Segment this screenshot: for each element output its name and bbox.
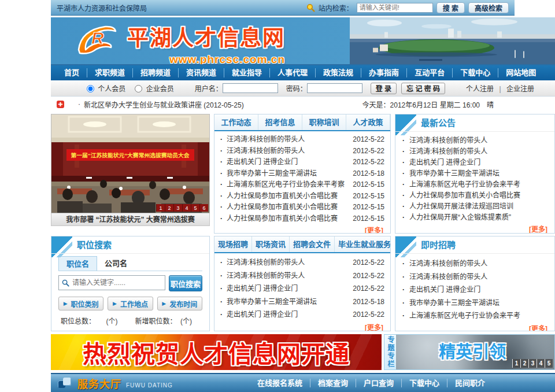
special-page-button[interactable]: 5 (545, 359, 553, 368)
special-column-banner[interactable]: 专题专栏 精英引领 12345 (384, 334, 555, 370)
news-link[interactable]: 汪鸿涛:科技创新的带头人 (227, 269, 349, 283)
instant-recruit-link[interactable]: 汪鸿涛:科技创新的带头人 (409, 257, 547, 271)
instant-recruit-link[interactable]: 汪鸿涛:科技创新的带头人 (409, 271, 547, 284)
personal-register-link[interactable]: 个人注册 (466, 85, 494, 93)
news-link[interactable]: 我市举办第十三期金平湖讲坛 (227, 168, 349, 180)
nav-item[interactable]: 网站地图 (498, 68, 543, 77)
instant-recruit-link[interactable]: 上海浦东新区光电子行业协会来平考 (409, 309, 547, 323)
tab[interactable]: 人才政策 (346, 114, 390, 130)
service-link[interactable]: 在线报名系统 (250, 379, 310, 387)
news-link[interactable]: 汪鸿涛:科技创新的带头人 (227, 134, 349, 146)
filter-button[interactable]: ▶ 职位类别 (58, 297, 103, 310)
nav-item[interactable]: 就业指导 (224, 68, 269, 77)
instant-recruit-link[interactable]: 我市举办第十三期金平湖讲坛 (409, 297, 547, 310)
photo-caption[interactable]: 我市部署 “江苏技能状元” 大赛常州选拔赛 (51, 213, 210, 226)
special-page-button[interactable]: 1 (512, 359, 520, 368)
service-hall-title: 服务大厅 (77, 376, 121, 391)
service-link[interactable]: 民间职介 (447, 379, 493, 387)
tab[interactable]: 工作动态 (214, 114, 258, 130)
news-date: 2012-5-22 (353, 256, 384, 269)
list-item: 汪鸿涛:科技创新的带头人 2012-5-22 (220, 134, 384, 146)
announcement-link[interactable]: 汪鸿涛:科技创新的带头人 (409, 146, 547, 157)
nav-item[interactable]: 首页 (57, 68, 87, 77)
personal-member-radio-label[interactable]: 个人会员 (87, 83, 125, 93)
site-search-button[interactable]: 搜 索 (436, 2, 465, 13)
svg-text:第一届“江苏技能状元”大赛常州选拔赛动员大会: 第一届“江苏技能状元”大赛常州选拔赛动员大会 (71, 152, 190, 158)
news-date: 2012-5-15 (353, 191, 384, 202)
news-link[interactable]: 走出机关门 进得企业门 (227, 157, 349, 168)
bullet (220, 213, 227, 225)
job-search-button[interactable]: 职位搜索 (169, 275, 202, 291)
news-link[interactable]: 汪鸿涛:科技创新的带头人 (227, 256, 349, 269)
nav-item[interactable]: 求职频道 (87, 68, 132, 77)
announcement-link[interactable]: 汪鸿涛:科技创新的带头人 (409, 135, 547, 146)
service-link[interactable]: 下载中心 (401, 379, 447, 387)
company-member-radio[interactable] (135, 85, 142, 93)
announcement-link[interactable]: 人力社保局参加市直机关小合唱比赛 (409, 190, 547, 201)
nav-item[interactable]: 人事代理 (269, 68, 315, 77)
recruit-more-link[interactable]: [更多] (214, 321, 390, 332)
photo-pagination: 123456 (156, 204, 208, 212)
tab-company-name[interactable]: 公司名 (97, 256, 135, 271)
nav-item[interactable]: 招聘频道 (132, 68, 178, 77)
news-link[interactable]: 走出机关门 进得企业门 (227, 282, 349, 295)
photo-page-button[interactable]: 4 (182, 204, 191, 212)
tab[interactable]: 职场资讯 (252, 236, 290, 252)
filter-button[interactable]: ▶ 发布时间 (157, 297, 202, 310)
news-link[interactable]: 人力社保局参加市直机关小合唱比赛 (227, 213, 349, 225)
instant-recruit-link[interactable]: 走出机关门 进得企业门 (409, 283, 547, 297)
list-item: 人力社保局参加市直机关小合唱比赛 2012-5-15 (220, 191, 384, 202)
tab[interactable]: 职称培训 (302, 114, 346, 130)
news-link[interactable]: 人力社保局参加市直机关小合唱比赛 (227, 202, 349, 213)
filter-button[interactable]: ▶ 工作地点 (108, 297, 153, 310)
news-link[interactable]: 我市举办第十三期金平湖讲坛 (227, 295, 349, 309)
tab-position-name[interactable]: 职位名 (58, 256, 97, 271)
news-link[interactable]: 人力社保局参加市直机关小合唱比赛 (227, 191, 349, 202)
tab[interactable]: 招考信息 (258, 114, 302, 130)
nav-item[interactable]: 资讯频道 (178, 68, 224, 77)
celebration-banner[interactable]: 热烈祝贺人才信息网开通 (51, 334, 382, 370)
site-logo[interactable]: R 平湖人才信息网 www.phrcsc.com.cn (74, 21, 285, 65)
conference-photo[interactable]: 第一届“江苏技能状元”大赛常州选拔赛动员大会 (51, 114, 210, 213)
tab[interactable]: 招聘会文件 (290, 236, 335, 252)
announcement-link[interactable]: 人力社保局开展“入企锻炼提素质” (409, 212, 547, 223)
news-date: 2012-5-22 (353, 134, 384, 146)
announcement-link[interactable]: 上海浦东新区光电子行业协会来平考 (409, 179, 547, 190)
photo-page-button[interactable]: 6 (199, 204, 208, 212)
special-page-button[interactable]: 4 (536, 359, 545, 368)
special-page-button[interactable]: 2 (520, 359, 528, 368)
site-search-input[interactable] (357, 3, 433, 13)
photo-page-button[interactable]: 3 (173, 204, 182, 212)
advanced-search-button[interactable]: 高级检索 (468, 2, 509, 13)
news-link[interactable]: 上海浦东新区光电子行业协会来平考察 (227, 179, 349, 191)
keyword-input[interactable] (72, 279, 162, 287)
news-more-link[interactable]: [更多] (214, 224, 390, 234)
announcement-link[interactable]: 我市举办第十三期金平湖讲坛 (409, 168, 547, 179)
special-page-button[interactable]: 3 (528, 359, 536, 368)
service-link[interactable]: 户口查询 (356, 379, 401, 387)
instant-recruit-more-link[interactable]: [更多] (395, 323, 554, 332)
service-link[interactable]: 档案查询 (310, 379, 356, 387)
username-field[interactable] (223, 83, 278, 93)
notice-link[interactable]: 新北区举办大学生创业与就业政策讲座 (2012-05-25) (84, 99, 244, 109)
company-register-link[interactable]: 企业注册 (506, 85, 534, 93)
nav-item[interactable]: 办事指南 (361, 68, 406, 77)
forgot-password-button[interactable]: 忘 记 密 码 (401, 83, 445, 94)
tab[interactable]: 现场招聘 (214, 236, 252, 252)
photo-page-button[interactable]: 1 (156, 204, 165, 212)
company-member-radio-label[interactable]: 企业会员 (135, 83, 173, 93)
announcement-link[interactable]: 人力社保局开展法律法规巡回培训 (409, 201, 547, 212)
photo-page-button[interactable]: 5 (191, 204, 199, 212)
login-button[interactable]: 登 录 (371, 83, 397, 94)
photo-page-button[interactable]: 2 (165, 204, 173, 212)
announcement-link[interactable]: 走出机关门 进得企业门 (409, 157, 547, 168)
nav-item[interactable]: 互动平台 (406, 68, 452, 77)
password-field[interactable] (307, 83, 362, 93)
nav-item[interactable]: 政策法规 (315, 68, 361, 77)
personal-member-radio[interactable] (87, 85, 94, 93)
nav-item[interactable]: 下载中心 (452, 68, 498, 77)
announcements-more-link[interactable]: [更多] (395, 223, 554, 234)
news-link[interactable]: 汪鸿涛:科技创新的带头人 (227, 146, 349, 157)
news-link[interactable]: 走出机关门 进得企业门 (227, 308, 349, 321)
tab[interactable]: 毕业生就业服务 (335, 236, 391, 252)
